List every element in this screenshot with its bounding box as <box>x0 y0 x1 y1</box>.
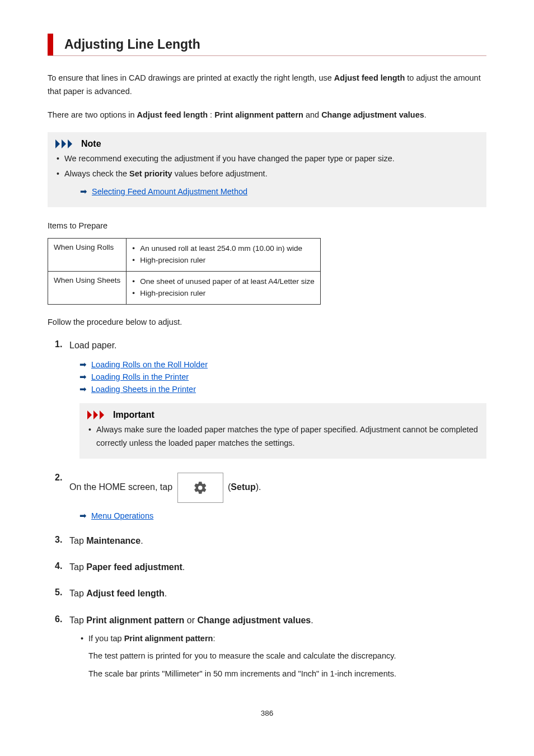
step-2: On the HOME screen, tap (Setup). ➡Menu O… <box>55 473 486 521</box>
table-row: When Using Rolls An unused roll at least… <box>48 239 321 272</box>
arrow-icon: ➡ <box>80 185 87 198</box>
setup-icon-box <box>177 473 223 503</box>
page-number: 386 <box>48 709 486 717</box>
arrow-icon: ➡ <box>79 372 87 382</box>
intro-paragraph-2: There are two options in Adjust feed len… <box>48 109 486 122</box>
arrow-icon: ➡ <box>79 384 87 394</box>
note-link-row: ➡ Selecting Feed Amount Adjustment Metho… <box>80 185 479 198</box>
link-selecting-feed-amount[interactable]: Selecting Feed Amount Adjustment Method <box>92 185 247 198</box>
step-6: Tap Print alignment pattern or Change ad… <box>55 614 486 681</box>
row-head: When Using Rolls <box>48 239 127 272</box>
important-item: Always make sure the loaded paper matche… <box>87 423 479 449</box>
step-6-bullet: If you tap Print alignment pattern: <box>79 632 486 645</box>
row-head: When Using Sheets <box>48 272 127 305</box>
note-item-2: Always check the Set priority values bef… <box>55 167 479 198</box>
link-loading-rolls-holder[interactable]: Loading Rolls on the Roll Holder <box>91 360 208 369</box>
note-callout: Note We recommend executing the adjustme… <box>48 132 486 207</box>
note-chevron-icon <box>55 139 78 148</box>
link-loading-sheets-printer[interactable]: Loading Sheets in the Printer <box>91 385 196 394</box>
note-header: Note <box>55 139 479 149</box>
intro-paragraph-1: To ensure that lines in CAD drawings are… <box>48 72 486 99</box>
page-title: Adjusting Line Length <box>64 37 486 52</box>
title-container: Adjusting Line Length <box>48 34 486 56</box>
row-items: An unused roll at least 254.0 mm (10.00 … <box>127 239 320 272</box>
important-header: Important <box>87 410 479 420</box>
important-callout: Important Always make sure the loaded pa… <box>79 403 486 458</box>
table-row: When Using Sheets One sheet of unused pa… <box>48 272 321 305</box>
title-accent: Adjusting Line Length <box>48 34 486 55</box>
step-6-p1: The test pattern is printed for you to m… <box>88 650 486 663</box>
step-4: Tap Paper feed adjustment. <box>55 561 486 573</box>
link-loading-rolls-printer[interactable]: Loading Rolls in the Printer <box>91 372 189 381</box>
follow-procedure: Follow the procedure below to adjust. <box>48 316 486 329</box>
step-1: Load paper. ➡Loading Rolls on the Roll H… <box>55 339 486 459</box>
row-items: One sheet of unused paper of at least A4… <box>127 272 320 305</box>
important-chevron-icon <box>87 410 110 419</box>
link-menu-operations[interactable]: Menu Operations <box>91 511 153 520</box>
gear-icon <box>193 480 208 495</box>
step-5: Tap Adjust feed length. <box>55 587 486 600</box>
arrow-icon: ➡ <box>79 511 87 521</box>
step-6-p2: The scale bar prints "Millimeter" in 50 … <box>88 668 486 681</box>
note-item-1: We recommend executing the adjustment if… <box>55 152 479 165</box>
prepare-table: When Using Rolls An unused roll at least… <box>48 238 321 305</box>
step-3: Tap Maintenance. <box>55 535 486 547</box>
items-to-prepare-label: Items to Prepare <box>48 220 486 232</box>
arrow-icon: ➡ <box>79 360 87 370</box>
